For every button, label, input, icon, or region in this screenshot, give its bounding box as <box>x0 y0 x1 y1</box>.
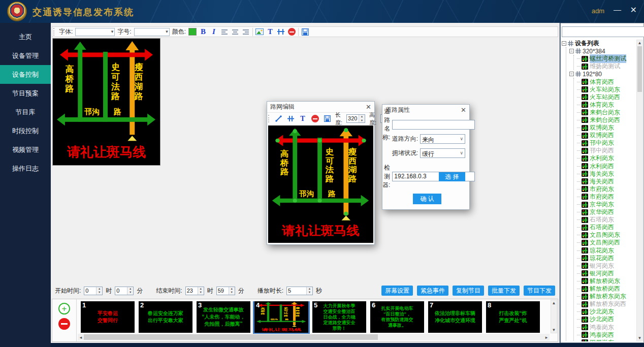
device-item-解放桥岗东[interactable]: 解放桥岗东 <box>577 277 636 285</box>
device-item-双博岗西[interactable]: 双博岗西 <box>577 132 636 139</box>
scrollbar-thumb[interactable] <box>84 334 378 340</box>
editor-close-icon[interactable]: ✕ <box>366 103 371 111</box>
device-item-石塔岗东[interactable]: 石塔岗东 <box>577 216 636 224</box>
tree-root-node[interactable]: −设备列表 <box>562 40 636 47</box>
device-item-水利岗东[interactable]: 水利岗东 <box>577 154 636 162</box>
props-dialog-titlebar[interactable]: 道路属性 ✕ <box>382 105 469 115</box>
device-item-国展岗东[interactable]: 国展岗东 <box>577 339 636 341</box>
length-down-icon[interactable]: ▼ <box>359 119 365 123</box>
device-item-市府岗东[interactable]: 市府岗东 <box>577 185 636 193</box>
road-name-input[interactable] <box>392 120 475 130</box>
device-item-琼花岗东[interactable]: 琼花岗东 <box>577 247 636 255</box>
start-minute-input[interactable]: 0 ▲▼ <box>115 287 134 295</box>
program-thumbnail-7[interactable]: 7依法治理非标车辆净化城市交通环境 <box>428 301 482 333</box>
device-item-沙北岗东[interactable]: 沙北岗东 <box>577 308 636 316</box>
device-item-邗中岗西[interactable]: 邗中岗西 <box>577 147 636 154</box>
program-thumbnail-6[interactable]: 6扎实开展电动车“百日整治”，有效预防道路交通事故。 <box>370 301 424 333</box>
device-item-文昌阁岗西[interactable]: 文昌阁岗西 <box>577 239 636 246</box>
device-item-双博岗东[interactable]: 双博岗东 <box>577 124 636 132</box>
editor-text-tool-icon[interactable]: T <box>299 114 307 123</box>
device-item-解放桥岗西[interactable]: 解放桥岗西 <box>577 285 636 293</box>
device-item-海关岗西[interactable]: 海关岗西 <box>577 178 636 185</box>
road-direction-select[interactable]: 来向∨ <box>420 134 465 144</box>
device-item-解放桥东岗西[interactable]: 解放桥东岗西 <box>577 300 636 308</box>
road-network-graphic[interactable]: 高桥路史可法路瘦西湖路邗沟路请礼让斑马线 <box>268 125 373 243</box>
minimize-icon[interactable]: — <box>614 5 621 14</box>
delete-program-button[interactable] <box>58 318 70 330</box>
align-left-icon[interactable] <box>220 27 229 36</box>
tree-scrollbar[interactable]: ▲ ▼ <box>636 40 643 341</box>
action-button-复制节目[interactable]: 复制节目 <box>453 286 484 296</box>
device-item-来鹤台岗东[interactable]: 来鹤台岗东 <box>577 109 636 116</box>
device-item-银河岗东[interactable]: 银河岗东 <box>577 262 636 270</box>
action-button-节目下发[interactable]: 节目下发 <box>524 286 555 296</box>
action-button-批量下发[interactable]: 批量下发 <box>488 286 520 296</box>
device-item-来鹤台岗西[interactable]: 来鹤台岗西 <box>577 116 636 124</box>
device-item-市府岗西[interactable]: 市府岗西 <box>577 193 636 201</box>
sidebar-item-主页[interactable]: 主页 <box>0 27 51 46</box>
device-item-海关岗东[interactable]: 海关岗东 <box>577 170 636 178</box>
device-item-京华岗西[interactable]: 京华岗西 <box>577 208 636 216</box>
tree-expander-icon[interactable]: − <box>562 41 566 46</box>
sidebar-item-操作日志[interactable]: 操作日志 <box>0 159 51 178</box>
device-item-螺丝湾桥测试[interactable]: 螺丝湾桥测试 <box>577 55 636 62</box>
tree-expander-icon[interactable]: − <box>569 49 574 53</box>
tree-scroll-up-icon[interactable]: ▲ <box>637 41 642 45</box>
device-item-体育岗西[interactable]: 体育岗西 <box>577 78 636 85</box>
action-button-紧急事件[interactable]: 紧急事件 <box>417 286 448 296</box>
sidebar-item-节目库[interactable]: 节目库 <box>0 103 51 121</box>
device-item-沙北岗西[interactable]: 沙北岗西 <box>577 316 636 323</box>
device-item-火车站岗东[interactable]: 火车站岗东 <box>577 86 636 93</box>
device-item-鸿泰岗西[interactable]: 鸿泰岗西 <box>577 331 636 339</box>
stop-icon[interactable] <box>287 27 296 36</box>
color-swatch-icon[interactable] <box>188 28 197 36</box>
confirm-button[interactable]: 确 认 <box>413 194 441 204</box>
device-item-邗中岗东[interactable]: 邗中岗东 <box>577 139 636 147</box>
scroll-left-icon[interactable]: ◂ <box>78 335 84 340</box>
road-network-canvas[interactable]: 高桥路史可法路瘦西湖路邗沟路请礼让斑马线 <box>268 125 373 243</box>
editor-delete-icon[interactable] <box>311 114 319 123</box>
sidebar-item-视频管理[interactable]: 视频管理 <box>0 140 51 159</box>
tree-scroll-down-icon[interactable]: ▼ <box>637 336 642 340</box>
sidebar-item-设备管理[interactable]: 设备管理 <box>0 46 51 65</box>
italic-icon[interactable]: I <box>210 27 218 36</box>
program-thumbnail-2[interactable]: 2春运安全连万家出行平安靠大家 <box>139 301 192 333</box>
tree-expander-icon[interactable]: − <box>569 72 574 76</box>
sidebar-item-设备控制[interactable]: 设备控制 <box>0 65 51 84</box>
device-item-京华岗东[interactable]: 京华岗东 <box>577 201 636 208</box>
size-select[interactable]: ▾ <box>134 28 170 36</box>
scroll-right-icon[interactable]: ▸ <box>543 335 550 340</box>
device-item-解放桥东岗东[interactable]: 解放桥东岗东 <box>577 293 636 300</box>
add-program-button[interactable]: + <box>58 303 70 314</box>
device-item-文昌阁岗东[interactable]: 文昌阁岗东 <box>577 231 636 239</box>
start-hour-input[interactable]: 0 ▲▼ <box>84 287 103 295</box>
cross-tool-icon[interactable] <box>286 114 295 123</box>
program-thumbnail-8[interactable]: 8打击改装“炸严查严处“机 <box>486 301 540 333</box>
length-input[interactable]: 320 ▲▼ <box>346 114 365 123</box>
editor-dialog-titlebar[interactable]: 路网编辑 ✕ <box>267 102 374 112</box>
device-item-鸿泰岗东[interactable]: 鸿泰岗东 <box>577 323 636 331</box>
end-hour-input[interactable]: 23 ▲▼ <box>185 287 204 295</box>
insert-image-icon[interactable] <box>255 27 264 36</box>
props-close-icon[interactable]: ✕ <box>461 106 466 114</box>
device-item-琼花岗西[interactable]: 琼花岗西 <box>577 255 636 262</box>
scroll-up-icon[interactable]: ▲ <box>551 301 557 305</box>
editor-save-icon[interactable] <box>323 114 331 123</box>
program-vertical-scrollbar[interactable]: ▲ ▼ <box>551 300 557 333</box>
font-select[interactable]: ▾ <box>75 28 115 36</box>
sidebar-item-节目预案[interactable]: 节目预案 <box>0 84 51 103</box>
device-item-体育岗东[interactable]: 体育岗东 <box>577 101 636 109</box>
device-search-input[interactable] <box>562 26 644 37</box>
program-thumbnail-4[interactable]: 4高桥路史可法路瘦西湖路邗沟路请礼让斑马线 <box>254 301 308 333</box>
tree-group-192*80[interactable]: −192*80 <box>569 70 636 78</box>
action-button-屏幕设置[interactable]: 屏幕设置 <box>381 286 413 296</box>
select-button[interactable]: 选 择 <box>439 172 465 181</box>
length-up-icon[interactable]: ▲ <box>359 115 365 119</box>
device-item-银河岗西[interactable]: 银河岗西 <box>577 270 636 277</box>
line-tool-icon[interactable] <box>274 114 282 123</box>
program-thumbnail-5[interactable]: 5大力开展秋冬季交通安全整治百日会战，全力稳定道路交通安全形势！ <box>312 301 366 333</box>
duration-input[interactable]: 5 ▲▼ <box>286 287 313 295</box>
program-thumbnail-3[interactable]: 3发生轻微交通事故“人未伤，车能动，先拍照，后撤离” <box>197 301 250 333</box>
device-item-石塔岗西[interactable]: 石塔岗西 <box>577 224 636 231</box>
device-item-水利岗西[interactable]: 水利岗西 <box>577 163 636 170</box>
